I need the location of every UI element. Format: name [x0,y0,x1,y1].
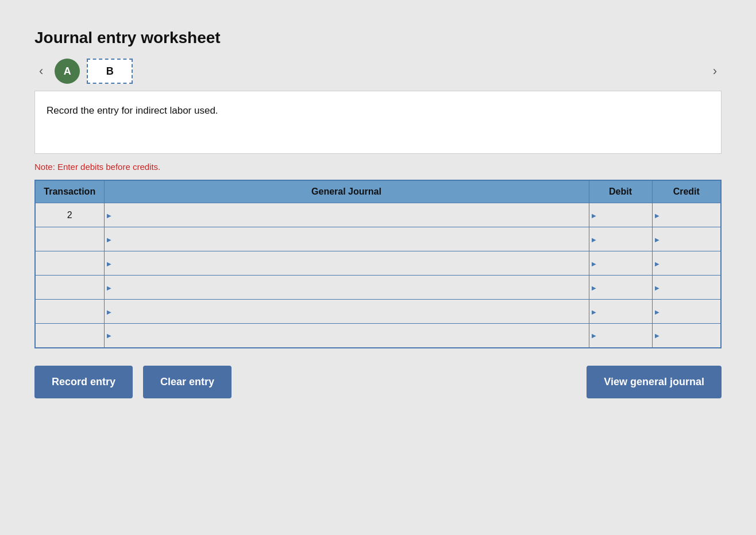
view-journal-button[interactable]: View general journal [587,366,722,398]
input-debit-0[interactable] [589,203,652,227]
nav-row: ‹ A B › [34,59,722,84]
cell-transaction-0: 2 [35,203,104,227]
input-journal-1[interactable] [105,227,589,251]
cell-credit-4[interactable] [652,300,721,324]
input-journal-3[interactable] [105,276,589,299]
table-row: 2 [35,203,721,227]
page-title: Journal entry worksheet [34,29,722,47]
buttons-row: Record entry Clear entry View general jo… [34,366,722,398]
cell-journal-5[interactable] [104,324,589,348]
input-debit-5[interactable] [589,324,652,347]
next-arrow[interactable]: › [708,61,722,81]
input-debit-1[interactable] [589,227,652,251]
input-credit-3[interactable] [653,276,721,299]
cell-debit-1[interactable] [589,227,652,251]
nav-left: ‹ A B [34,59,133,84]
input-journal-2[interactable] [105,251,589,275]
input-credit-4[interactable] [653,300,721,323]
cell-credit-2[interactable] [652,251,721,276]
tab-a[interactable]: A [55,59,80,84]
cell-debit-0[interactable] [589,203,652,227]
input-credit-2[interactable] [653,251,721,275]
cell-transaction-5 [35,324,104,348]
cell-transaction-2 [35,251,104,276]
input-credit-0[interactable] [653,203,721,227]
cell-journal-3[interactable] [104,276,589,300]
input-debit-4[interactable] [589,300,652,323]
input-journal-5[interactable] [105,324,589,347]
header-credit: Credit [652,180,721,203]
record-entry-button[interactable]: Record entry [34,366,133,398]
input-credit-1[interactable] [653,227,721,251]
cell-debit-2[interactable] [589,251,652,276]
clear-entry-button[interactable]: Clear entry [143,366,232,398]
page-container: Journal entry worksheet ‹ A B › Record t… [11,11,745,416]
cell-transaction-4 [35,300,104,324]
header-journal: General Journal [104,180,589,203]
header-transaction: Transaction [35,180,104,203]
cell-transaction-3 [35,276,104,300]
table-row [35,251,721,276]
header-debit: Debit [589,180,652,203]
journal-table: Transaction General Journal Debit Credit… [34,180,722,348]
cell-debit-4[interactable] [589,300,652,324]
cell-journal-2[interactable] [104,251,589,276]
cell-credit-1[interactable] [652,227,721,251]
table-row [35,227,721,251]
cell-journal-1[interactable] [104,227,589,251]
cell-journal-4[interactable] [104,300,589,324]
cell-debit-5[interactable] [589,324,652,348]
cell-transaction-1 [35,227,104,251]
input-debit-3[interactable] [589,276,652,299]
cell-journal-0[interactable] [104,203,589,227]
table-row [35,324,721,348]
cell-debit-3[interactable] [589,276,652,300]
input-credit-5[interactable] [653,324,721,347]
cell-credit-5[interactable] [652,324,721,348]
cell-credit-3[interactable] [652,276,721,300]
prev-arrow[interactable]: ‹ [34,61,48,81]
note-text: Note: Enter debits before credits. [34,162,722,172]
input-debit-2[interactable] [589,251,652,275]
input-journal-0[interactable] [105,203,589,227]
table-row [35,300,721,324]
instruction-text: Record the entry for indirect labor used… [47,105,218,116]
tab-b[interactable]: B [87,59,133,84]
table-row [35,276,721,300]
instruction-box: Record the entry for indirect labor used… [34,91,722,154]
cell-credit-0[interactable] [652,203,721,227]
input-journal-4[interactable] [105,300,589,323]
